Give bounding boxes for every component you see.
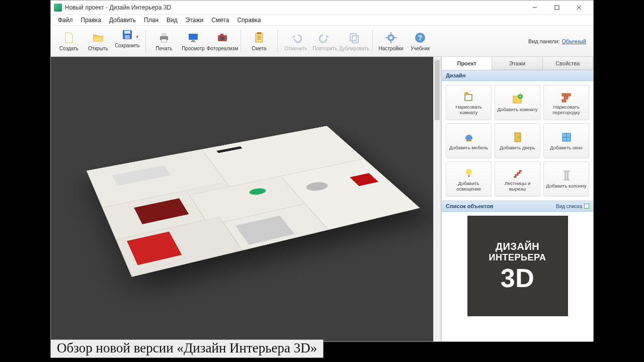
dropdown-caret-icon[interactable]: ▼: [135, 35, 139, 39]
menubar: Файл Правка Добавить План Вид Этажи Смет…: [51, 15, 593, 26]
main-area: Проект Этажи Свойства Дизайн Нарисовать …: [51, 57, 593, 341]
svg-rect-14: [257, 32, 261, 34]
help-label: Учебник: [411, 46, 430, 51]
draw-partition-label: Нарисовать перегородку: [545, 105, 588, 116]
help-button[interactable]: ? Учебник: [406, 29, 434, 53]
scrollbar-thumb[interactable]: [435, 60, 440, 120]
settings-button[interactable]: Настройки: [377, 29, 405, 53]
app-icon: [54, 4, 62, 12]
print-button[interactable]: Печать: [150, 29, 178, 53]
menu-file[interactable]: Файл: [54, 16, 77, 25]
svg-rect-20: [390, 41, 391, 43]
tab-floors[interactable]: Этажи: [492, 57, 542, 69]
svg-rect-41: [564, 179, 570, 180]
svg-rect-29: [562, 94, 566, 96]
save-button[interactable]: Сохранить ▼: [113, 26, 141, 56]
svg-rect-40: [564, 170, 570, 172]
settings-label: Настройки: [378, 46, 403, 51]
viewport-3d[interactable]: [51, 57, 441, 341]
menu-help[interactable]: Справка: [233, 16, 265, 25]
draw-partition-button[interactable]: Нарисовать перегородку: [543, 85, 589, 120]
camera-icon: [216, 31, 229, 44]
viewport-scrollbar[interactable]: [433, 57, 441, 341]
pencil-room-icon: [462, 90, 475, 103]
preview-button[interactable]: Просмотр: [179, 29, 207, 53]
add-door-button[interactable]: Добавить дверь: [495, 123, 540, 158]
stairs-button[interactable]: Лестницы и вырезы: [495, 161, 540, 197]
open-button[interactable]: Открыть: [84, 29, 112, 53]
window-icon: [560, 131, 573, 144]
brick-wall-icon: [560, 90, 573, 103]
create-button[interactable]: Создать: [55, 29, 83, 53]
minimize-button[interactable]: [524, 1, 546, 15]
bulb-icon: [462, 166, 475, 179]
add-lighting-label: Добавить освещение: [447, 181, 490, 192]
column-icon: [560, 169, 573, 182]
add-lighting-button[interactable]: Добавить освещение: [446, 161, 492, 197]
door-icon: [511, 131, 524, 144]
help-icon: ?: [414, 31, 427, 44]
svg-rect-39: [565, 171, 568, 179]
svg-rect-15: [350, 34, 356, 41]
svg-rect-9: [191, 41, 196, 42]
svg-rect-33: [466, 139, 471, 141]
photoreal-label: Фотореализм: [207, 46, 238, 51]
svg-rect-0: [555, 6, 559, 10]
design-header-label: Дизайн: [446, 72, 465, 78]
menu-estimate[interactable]: Смета: [207, 16, 233, 25]
gear-icon: [384, 31, 397, 44]
svg-text:?: ?: [418, 34, 423, 42]
redo-button[interactable]: Повторить: [311, 29, 339, 53]
svg-rect-12: [220, 34, 223, 35]
video-caption: Обзор новой версии «Дизайн Интерьера 3D»: [50, 339, 324, 358]
redo-icon: [318, 31, 332, 44]
menu-floors[interactable]: Этажи: [182, 16, 207, 25]
add-furniture-label: Добавить мебель: [449, 145, 488, 151]
menu-add[interactable]: Добавить: [105, 16, 140, 25]
panel-view-link[interactable]: Обычный: [561, 38, 586, 44]
maximize-button[interactable]: [546, 1, 568, 15]
add-window-button[interactable]: Добавить окно: [543, 123, 589, 158]
draw-room-button[interactable]: Нарисовать комнату: [446, 85, 492, 120]
duplicate-button[interactable]: Дублировать: [340, 29, 368, 53]
svg-rect-3: [125, 35, 130, 39]
tab-project[interactable]: Проект: [442, 57, 492, 70]
add-window-label: Добавить окно: [550, 145, 583, 151]
clipboard-icon: [253, 31, 266, 44]
undo-button[interactable]: Отменить: [282, 29, 310, 53]
stairs-icon: [511, 166, 524, 179]
menu-edit[interactable]: Правка: [77, 16, 106, 25]
add-column-button[interactable]: Добавить колонну: [543, 161, 589, 197]
tab-properties[interactable]: Свойства: [543, 57, 593, 69]
monitor-icon: [187, 31, 200, 44]
objects-section-header: Список объектов Вид списка: [442, 201, 593, 212]
duplicate-icon: [348, 31, 361, 44]
add-room-button[interactable]: + Добавить комнату: [495, 85, 540, 120]
toolbar-separator: [145, 30, 146, 52]
side-panel: Проект Этажи Свойства Дизайн Нарисовать …: [441, 57, 593, 341]
toolbar-separator: [277, 30, 278, 52]
close-button[interactable]: [568, 1, 590, 15]
panel-view-selector: Вид панели: Обычный: [528, 38, 589, 44]
toolbar-separator: [372, 30, 373, 52]
side-tabs: Проект Этажи Свойства: [442, 57, 593, 70]
toolbar: Создать Открыть Сохранить ▼ Печать: [51, 26, 593, 57]
menu-plan[interactable]: План: [140, 16, 163, 25]
svg-rect-22: [394, 37, 396, 38]
save-icon: [121, 28, 134, 41]
add-furniture-button[interactable]: Добавить мебель: [446, 123, 492, 158]
svg-rect-7: [189, 34, 198, 40]
estimate-button[interactable]: Смета: [245, 29, 273, 53]
view-list-link[interactable]: Вид списка: [556, 204, 589, 209]
svg-point-11: [220, 36, 224, 40]
app-window: Новый проект - Дизайн Интерьера 3D Файл …: [50, 0, 594, 342]
save-label: Сохранить: [115, 43, 140, 48]
menu-view[interactable]: Вид: [163, 16, 182, 25]
floorplan-render: [71, 67, 421, 329]
photoreal-button[interactable]: Фотореализм: [208, 29, 236, 53]
window-title: Новый проект - Дизайн Интерьера 3D: [65, 4, 171, 11]
add-column-label: Добавить колонну: [546, 184, 586, 189]
open-label: Открыть: [88, 46, 108, 51]
panel-view-label: Вид панели:: [528, 38, 559, 44]
create-label: Создать: [59, 46, 78, 51]
